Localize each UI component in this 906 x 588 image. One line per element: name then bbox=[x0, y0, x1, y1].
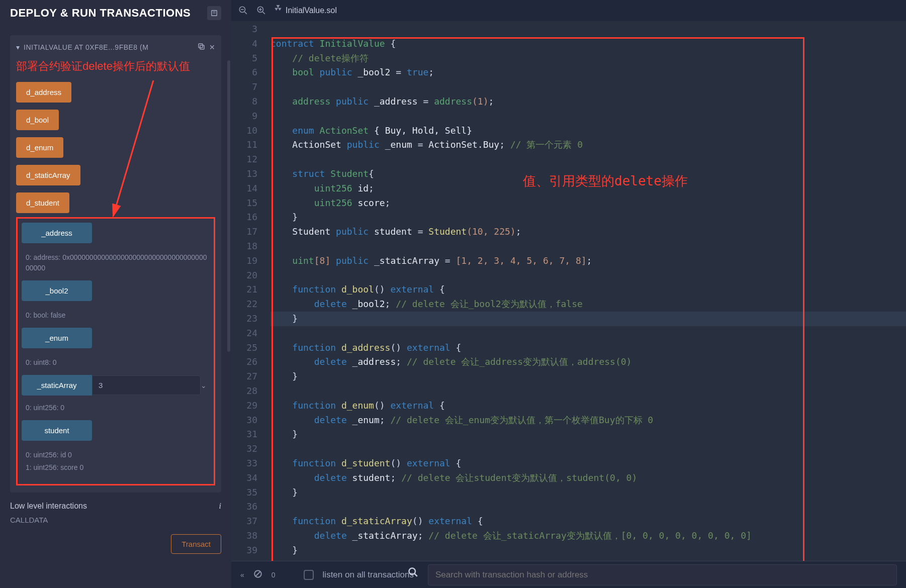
d_address-button[interactable]: d_address bbox=[16, 82, 71, 103]
_address-button[interactable]: _address bbox=[22, 223, 92, 243]
student-result-1: 1: uint256: score 0 bbox=[26, 462, 210, 473]
close-icon[interactable]: ✕ bbox=[209, 43, 215, 51]
panel-title: DEPLOY & RUN TRANSACTIONS bbox=[10, 7, 191, 20]
svg-rect-3 bbox=[199, 44, 203, 48]
panel-scrollbar[interactable] bbox=[227, 60, 230, 352]
static-array-button[interactable]: _staticArray bbox=[22, 375, 92, 396]
_address-result: 0: address: 0x00000000000000000000000000… bbox=[26, 252, 210, 273]
svg-line-14 bbox=[255, 572, 260, 576]
svg-rect-4 bbox=[200, 45, 204, 49]
contract-instance: ▾ INITIALVALUE AT 0XF8E...9FBE8 (M ✕ 部署合… bbox=[10, 35, 221, 493]
svg-line-16 bbox=[415, 573, 417, 576]
result-highlight-box: _address0: address: 0x000000000000000000… bbox=[16, 217, 215, 485]
_bool2-result: 0: bool: false bbox=[26, 310, 210, 321]
listen-label: listen on all transactions bbox=[323, 570, 414, 580]
d_student-button[interactable]: d_student bbox=[16, 192, 69, 213]
deploy-run-panel: DEPLOY & RUN TRANSACTIONS ▾ INITIALVALUE… bbox=[0, 0, 231, 588]
info-icon[interactable]: i bbox=[219, 502, 221, 511]
chevron-down-icon: ▾ bbox=[16, 43, 20, 51]
code-area[interactable]: contract InitialValue { // delete操作符 boo… bbox=[267, 21, 906, 561]
_enum-button[interactable]: _enum bbox=[22, 328, 92, 348]
d_bool-button[interactable]: d_bool bbox=[16, 110, 59, 130]
listen-checkbox[interactable] bbox=[304, 570, 314, 580]
collapse-icon[interactable]: « bbox=[240, 571, 244, 579]
clear-icon[interactable] bbox=[253, 569, 262, 580]
svg-line-7 bbox=[244, 12, 247, 14]
editor-toolbar: InitialValue.sol bbox=[231, 0, 906, 21]
solidity-icon bbox=[275, 5, 282, 16]
student-button[interactable]: student bbox=[22, 420, 92, 441]
contract-name: INITIALVALUE AT 0XF8E...9FBE8 (M bbox=[24, 43, 193, 51]
chevron-down-icon[interactable]: ⌄ bbox=[201, 381, 207, 389]
low-level-label: Low level interactions bbox=[10, 502, 87, 511]
student-result-0: 0: uint256: id 0 bbox=[26, 450, 210, 460]
terminal-bar: « 0 listen on all transactions bbox=[231, 561, 906, 588]
panel-book-icon[interactable] bbox=[207, 6, 221, 20]
search-icon[interactable] bbox=[408, 567, 418, 578]
pending-count: 0 bbox=[271, 571, 276, 579]
zoom-out-icon[interactable] bbox=[238, 6, 247, 16]
svg-line-10 bbox=[262, 12, 265, 14]
contract-header[interactable]: ▾ INITIALVALUE AT 0XF8E...9FBE8 (M ✕ bbox=[16, 42, 215, 52]
file-tab[interactable]: InitialValue.sol bbox=[275, 5, 337, 16]
transact-button[interactable]: Transact bbox=[171, 534, 221, 554]
static-array-input[interactable] bbox=[92, 375, 201, 395]
line-gutter: 3456789101112131415161718192021222324252… bbox=[231, 21, 267, 561]
tx-search-input[interactable] bbox=[428, 564, 897, 585]
d_staticArray-button[interactable]: d_staticArray bbox=[16, 165, 80, 185]
_bool2-button[interactable]: _bool2 bbox=[22, 280, 92, 301]
d_enum-button[interactable]: d_enum bbox=[16, 137, 63, 158]
zoom-in-icon[interactable] bbox=[256, 6, 265, 16]
_enum-result: 0: uint8: 0 bbox=[26, 357, 210, 368]
filename-label: InitialValue.sol bbox=[286, 6, 337, 15]
annotation-deploy: 部署合约验证delete操作后的默认值 bbox=[16, 59, 215, 74]
copy-icon[interactable] bbox=[197, 42, 205, 52]
code-editor[interactable]: 3456789101112131415161718192021222324252… bbox=[231, 21, 906, 561]
static-array-result: 0: uint256: 0 bbox=[26, 403, 210, 413]
calldata-label: CALLDATA bbox=[10, 516, 221, 524]
svg-point-15 bbox=[409, 568, 416, 574]
